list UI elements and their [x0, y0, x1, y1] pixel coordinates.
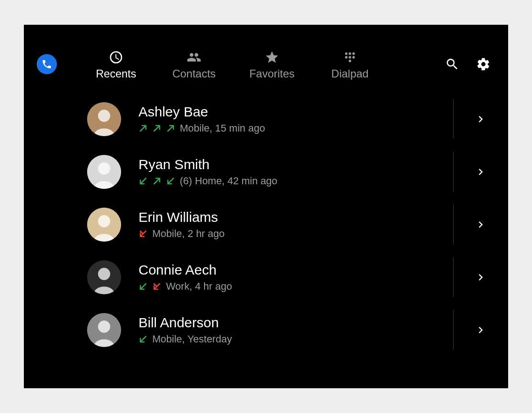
avatar-image: [87, 313, 121, 347]
gear-icon: [476, 57, 491, 72]
tab-label: Dialpad: [331, 67, 368, 80]
people-icon: [187, 50, 201, 65]
call-meta: Mobile, 2 hr ago: [152, 228, 225, 240]
svg-point-8: [98, 110, 111, 122]
clock-icon: [109, 50, 123, 65]
call-log-row[interactable]: Erin Williams Mobile, 2 hr ago: [87, 198, 508, 251]
header-actions: [444, 56, 492, 72]
incoming-call-icon: [139, 176, 148, 186]
tab-recents[interactable]: Recents: [77, 48, 155, 80]
outgoing-call-icon: [166, 124, 175, 133]
detail-button[interactable]: [453, 145, 508, 198]
call-meta: Work, 4 hr ago: [166, 281, 232, 292]
avatar: [87, 102, 121, 136]
call-info: Connie Aech Work, 4 hr ago: [139, 262, 453, 292]
call-subline: Work, 4 hr ago: [139, 281, 453, 292]
call-direction-icons: [139, 176, 175, 186]
chevron-right-icon: [474, 271, 487, 284]
settings-button[interactable]: [475, 56, 492, 72]
detail-button[interactable]: [453, 251, 508, 303]
phone-app-window: Recents Contacts Favorites Dialpad: [24, 25, 508, 388]
avatar-image: [87, 155, 121, 189]
call-subline: (6) Home, 42 min ago: [139, 175, 453, 187]
tab-label: Recents: [96, 67, 136, 80]
incoming-call-icon: [139, 282, 148, 291]
dialpad-icon: [343, 50, 357, 65]
call-info: Erin Williams Mobile, 2 hr ago: [139, 209, 453, 240]
tabs: Recents Contacts Favorites Dialpad: [77, 48, 389, 80]
outgoing-call-icon: [152, 124, 161, 133]
call-log-row[interactable]: Bill Anderson Mobile, Yesterday: [87, 303, 508, 356]
search-icon: [445, 57, 460, 72]
call-info: Ashley Bae Mobile, 15 min ago: [139, 104, 453, 134]
avatar: [87, 208, 121, 242]
svg-point-14: [98, 268, 111, 280]
call-direction-icons: [139, 124, 175, 133]
svg-point-10: [98, 162, 111, 175]
detail-button[interactable]: [453, 198, 508, 251]
avatar: [87, 260, 121, 294]
call-log-row[interactable]: Connie Aech Work, 4 hr ago: [87, 251, 508, 303]
avatar-image: [87, 260, 121, 294]
svg-point-16: [98, 320, 111, 333]
avatar: [87, 155, 121, 189]
incoming-call-icon: [166, 176, 175, 186]
call-subline: Mobile, Yesterday: [139, 333, 453, 345]
missed-call-icon: [139, 229, 148, 238]
call-meta: (6) Home, 42 min ago: [180, 175, 277, 187]
tab-label: Contacts: [172, 67, 216, 80]
search-button[interactable]: [444, 56, 460, 72]
avatar-image: [87, 208, 121, 242]
avatar: [87, 313, 121, 347]
star-icon: [265, 50, 279, 65]
phone-icon: [41, 59, 52, 70]
recents-list: Ashley Bae Mobile, 15 min ago Ryan Smith…: [24, 93, 508, 356]
app-icon-phone[interactable]: [37, 54, 57, 74]
tab-favorites[interactable]: Favorites: [233, 48, 311, 80]
detail-button[interactable]: [453, 303, 508, 356]
detail-button[interactable]: [453, 93, 508, 145]
call-info: Ryan Smith (6) Home, 42 min ago: [139, 157, 453, 187]
incoming-call-icon: [139, 335, 148, 344]
tab-label: Favorites: [249, 67, 295, 80]
outgoing-call-icon: [152, 176, 161, 186]
call-log-row[interactable]: Ryan Smith (6) Home, 42 min ago: [87, 145, 508, 198]
chevron-right-icon: [474, 324, 487, 336]
call-direction-icons: [139, 335, 148, 344]
outgoing-call-icon: [139, 124, 148, 133]
call-subline: Mobile, 2 hr ago: [139, 228, 453, 240]
header: Recents Contacts Favorites Dialpad: [24, 25, 508, 93]
svg-point-12: [98, 215, 111, 227]
chevron-right-icon: [474, 218, 487, 231]
call-log-row[interactable]: Ashley Bae Mobile, 15 min ago: [87, 93, 508, 145]
contact-name: Bill Anderson: [139, 315, 453, 330]
chevron-right-icon: [474, 113, 487, 126]
call-subline: Mobile, 15 min ago: [139, 122, 453, 134]
call-info: Bill Anderson Mobile, Yesterday: [139, 315, 453, 345]
call-meta: Mobile, Yesterday: [152, 333, 232, 345]
contact-name: Erin Williams: [139, 209, 453, 225]
call-direction-icons: [139, 282, 161, 291]
tab-contacts[interactable]: Contacts: [155, 48, 233, 80]
contact-name: Ashley Bae: [139, 104, 453, 120]
call-meta: Mobile, 15 min ago: [180, 122, 265, 134]
avatar-image: [87, 102, 121, 136]
contact-name: Connie Aech: [139, 262, 453, 278]
contact-name: Ryan Smith: [139, 157, 453, 172]
tab-dialpad[interactable]: Dialpad: [311, 48, 389, 80]
chevron-right-icon: [474, 165, 487, 178]
missed-call-icon: [152, 282, 161, 291]
call-direction-icons: [139, 229, 148, 238]
